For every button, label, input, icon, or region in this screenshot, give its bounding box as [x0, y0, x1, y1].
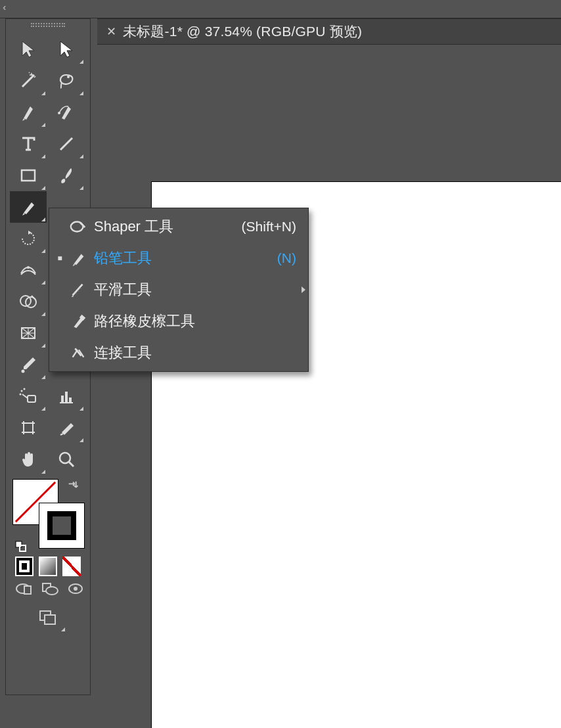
- svg-line-2: [60, 138, 72, 150]
- panel-gripper[interactable]: [6, 19, 90, 31]
- color-type-row: [6, 553, 90, 576]
- svg-rect-26: [24, 586, 31, 594]
- flyout-item-label: Shaper 工具: [94, 217, 173, 237]
- hand-tool[interactable]: [10, 444, 47, 475]
- flyout-item-label: 铅笔工具: [94, 248, 152, 268]
- document-tab-title[interactable]: 未标题-1* @ 37.54% (RGB/GPU 预览): [123, 22, 362, 41]
- svg-point-9: [22, 370, 25, 373]
- color-none-button[interactable]: [62, 557, 81, 576]
- swap-fill-stroke-icon[interactable]: [66, 479, 81, 493]
- svg-rect-19: [24, 423, 33, 432]
- default-fill-stroke-icon[interactable]: [15, 541, 27, 553]
- color-gradient-button[interactable]: [39, 557, 57, 576]
- slice-tool[interactable]: [48, 412, 85, 444]
- magic-wand-tool[interactable]: [10, 65, 47, 97]
- rectangle-tool[interactable]: [10, 160, 47, 191]
- pen-tool[interactable]: [10, 97, 47, 128]
- svg-line-21: [69, 462, 74, 466]
- zoom-tool[interactable]: [48, 444, 85, 475]
- draw-mode-row: [6, 576, 90, 596]
- pencil-tool[interactable]: [10, 191, 47, 223]
- flyout-item-shaper[interactable]: Shaper 工具(Shift+N): [49, 211, 308, 242]
- svg-point-5: [27, 266, 30, 269]
- flyout-item-pencil[interactable]: ■铅笔工具(N): [49, 242, 308, 274]
- mesh-tool[interactable]: [10, 317, 47, 349]
- pencil-tool-flyout: Shaper 工具(Shift+N)■铅笔工具(N)平滑工具路径橡皮檫工具连接工…: [49, 208, 309, 372]
- svg-point-1: [58, 112, 60, 114]
- smooth-icon: [65, 281, 91, 299]
- current-indicator: ■: [55, 254, 65, 263]
- color-solid-button[interactable]: [15, 557, 34, 576]
- flyout-item-label: 连接工具: [94, 343, 152, 363]
- color-swatch-section: [6, 475, 90, 553]
- type-tool[interactable]: [10, 128, 47, 160]
- submenu-arrow-icon: [302, 286, 305, 293]
- shaper-icon: [65, 217, 91, 236]
- document-tab-bar: ✕ 未标题-1* @ 37.54% (RGB/GPU 预览): [97, 18, 561, 45]
- svg-rect-18: [69, 398, 72, 403]
- paintbrush-tool[interactable]: [48, 160, 85, 191]
- draw-normal-button[interactable]: [15, 581, 32, 596]
- join-icon: [65, 344, 91, 362]
- screen-mode-button[interactable]: [30, 603, 66, 633]
- close-icon[interactable]: ✕: [106, 24, 116, 39]
- svg-rect-17: [65, 392, 68, 403]
- screen-mode-section: [6, 596, 90, 633]
- lasso-tool[interactable]: [48, 65, 85, 97]
- flyout-item-shortcut: (Shift+N): [242, 219, 296, 235]
- svg-rect-23: [16, 541, 22, 547]
- flyout-item-label: 平滑工具: [94, 280, 152, 300]
- svg-rect-12: [28, 396, 35, 402]
- draw-behind-button[interactable]: [41, 581, 58, 596]
- curvature-tool[interactable]: [48, 97, 85, 128]
- svg-point-28: [46, 587, 58, 595]
- svg-point-20: [60, 453, 70, 463]
- artboard-tool[interactable]: [10, 412, 47, 444]
- svg-point-0: [67, 76, 70, 78]
- selection-tool[interactable]: [10, 34, 47, 65]
- svg-rect-32: [45, 615, 55, 624]
- symbol-sprayer-tool[interactable]: [10, 380, 47, 412]
- svg-point-14: [24, 388, 26, 390]
- width-tool[interactable]: [10, 254, 47, 286]
- canvas-area[interactable]: [97, 45, 561, 728]
- rotate-tool[interactable]: [10, 223, 47, 254]
- flyout-item-smooth[interactable]: 平滑工具: [49, 274, 308, 306]
- collapse-chevrons-icon[interactable]: ‹‹: [3, 2, 3, 12]
- column-graph-tool[interactable]: [48, 380, 85, 412]
- top-strip: [0, 0, 561, 18]
- flyout-item-path-eraser[interactable]: 路径橡皮檫工具: [49, 306, 308, 337]
- svg-rect-16: [61, 396, 64, 403]
- shape-builder-tool[interactable]: [10, 286, 47, 317]
- draw-inside-button[interactable]: [68, 581, 83, 596]
- stroke-swatch[interactable]: [39, 503, 85, 549]
- svg-point-13: [21, 390, 23, 392]
- pencil-icon: [65, 249, 91, 267]
- flyout-item-label: 路径橡皮檫工具: [94, 311, 195, 331]
- direct-selection-tool[interactable]: [48, 34, 85, 65]
- svg-point-15: [20, 394, 22, 396]
- line-segment-tool[interactable]: [48, 128, 85, 160]
- flyout-item-join[interactable]: 连接工具: [49, 337, 308, 369]
- path-eraser-icon: [65, 312, 91, 330]
- flyout-item-shortcut: (N): [277, 250, 296, 266]
- eyedropper-tool[interactable]: [10, 349, 47, 380]
- svg-rect-3: [22, 170, 35, 181]
- svg-point-30: [74, 587, 78, 591]
